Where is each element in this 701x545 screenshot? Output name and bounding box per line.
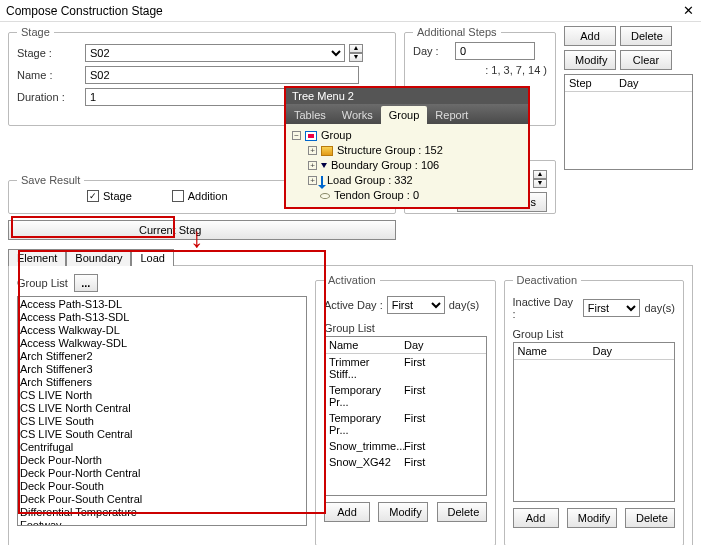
- tree-node-boundary[interactable]: + Boundary Group : 106: [292, 158, 522, 173]
- list-item[interactable]: CS LIVE North: [20, 389, 304, 402]
- tab-element[interactable]: Element: [8, 249, 66, 266]
- activation-section: Activation Active Day : First day(s) Gro…: [315, 274, 496, 545]
- inactive-day-select[interactable]: First: [583, 299, 641, 317]
- deactivation-delete-button[interactable]: Delete: [625, 508, 675, 528]
- group-listbox[interactable]: Access Path-S13-DLAccess Path-S13-SDLAcc…: [17, 296, 307, 526]
- number-spinner[interactable]: ▲▼: [533, 170, 547, 188]
- load-icon: [321, 176, 323, 186]
- name-label: Name :: [17, 69, 81, 81]
- table-row[interactable]: Snow_trimme...First: [325, 438, 486, 454]
- stage-checkbox[interactable]: ✓Stage: [87, 190, 132, 202]
- list-item[interactable]: Deck Pour-South Central: [20, 493, 304, 506]
- active-day-label: Active Day :: [324, 299, 383, 311]
- tree-tab-group[interactable]: Group: [381, 106, 428, 124]
- inactive-day-suffix: day(s): [644, 302, 675, 314]
- deactivation-group-list-label: Group List: [513, 328, 676, 340]
- boundary-icon: [321, 163, 327, 168]
- stage-select[interactable]: S02: [85, 44, 345, 62]
- activation-delete-button[interactable]: Delete: [437, 502, 487, 522]
- list-item[interactable]: Access Path-S13-SDL: [20, 311, 304, 324]
- group-list-label: Group List: [17, 277, 68, 289]
- add-button[interactable]: Add: [564, 26, 616, 46]
- expand-icon[interactable]: +: [308, 146, 317, 155]
- save-result-legend: Save Result: [17, 174, 84, 186]
- activation-modify-button[interactable]: Modify: [378, 502, 428, 522]
- stage-spinner[interactable]: ▲▼: [349, 44, 363, 62]
- group-icon: [305, 131, 317, 141]
- structure-icon: [321, 146, 333, 156]
- tree-root[interactable]: − Group: [292, 128, 522, 143]
- deactivation-section: Deactivation Inactive Day : First day(s)…: [504, 274, 685, 545]
- activation-col-name: Name: [325, 337, 400, 353]
- day-label: Day :: [413, 45, 451, 57]
- tree-menu-panel[interactable]: Tree Menu 2 Tables Works Group Report − …: [284, 86, 530, 209]
- deactivation-col-name: Name: [514, 343, 589, 359]
- list-item[interactable]: Differential Temperature: [20, 506, 304, 519]
- active-day-select[interactable]: First: [387, 296, 445, 314]
- active-day-suffix: day(s): [449, 299, 480, 311]
- day-input[interactable]: [455, 42, 535, 60]
- addition-checkbox[interactable]: Addition: [172, 190, 228, 202]
- expand-icon[interactable]: +: [308, 176, 317, 185]
- list-item[interactable]: Deck Pour-North: [20, 454, 304, 467]
- modify-button[interactable]: Modify: [564, 50, 616, 70]
- activation-group-list-label: Group List: [324, 322, 487, 334]
- tab-boundary[interactable]: Boundary: [66, 249, 131, 266]
- activation-add-button[interactable]: Add: [324, 502, 370, 522]
- clear-button[interactable]: Clear: [620, 50, 672, 70]
- list-item[interactable]: Access Walkway-SDL: [20, 337, 304, 350]
- list-item[interactable]: Access Path-S13-DL: [20, 298, 304, 311]
- current-stage-button[interactable]: Current Stag: [8, 220, 396, 240]
- close-icon[interactable]: ✕: [681, 4, 695, 18]
- seq-label: : 1, 3, 7, 14 ): [485, 64, 547, 76]
- table-row[interactable]: Temporary Pr...First: [325, 382, 486, 410]
- deactivation-col-day: Day: [589, 343, 675, 359]
- deactivation-table[interactable]: Name Day: [513, 342, 676, 502]
- list-item[interactable]: Deck Pour-North Central: [20, 467, 304, 480]
- tendon-icon: [320, 193, 330, 199]
- tree-menu-title: Tree Menu 2: [286, 88, 528, 104]
- tree-node-structure[interactable]: + Structure Group : 152: [292, 143, 522, 158]
- list-item[interactable]: CS LIVE North Central: [20, 402, 304, 415]
- table-row[interactable]: Trimmer Stiff...First: [325, 354, 486, 382]
- additional-steps-legend: Additional Steps: [413, 26, 501, 38]
- deactivation-legend: Deactivation: [513, 274, 582, 286]
- tree-node-tendon[interactable]: Tendon Group : 0: [292, 188, 522, 203]
- tree-tab-tables[interactable]: Tables: [286, 106, 334, 124]
- deactivation-modify-button[interactable]: Modify: [567, 508, 617, 528]
- activation-col-day: Day: [400, 337, 486, 353]
- tab-load[interactable]: Load: [131, 249, 173, 266]
- tree-node-load[interactable]: + Load Group : 332: [292, 173, 522, 188]
- name-input[interactable]: [85, 66, 359, 84]
- activation-legend: Activation: [324, 274, 380, 286]
- table-row[interactable]: Temporary Pr...First: [325, 410, 486, 438]
- table-row[interactable]: Snow_XG42First: [325, 454, 486, 470]
- group-list-more-button[interactable]: ...: [74, 274, 98, 292]
- activation-table[interactable]: Name Day Trimmer Stiff...FirstTemporary …: [324, 336, 487, 496]
- collapse-icon[interactable]: −: [292, 131, 301, 140]
- steps-col-day: Day: [615, 75, 692, 91]
- list-item[interactable]: Footway: [20, 519, 304, 526]
- list-item[interactable]: Arch Stiffener3: [20, 363, 304, 376]
- inactive-day-label: Inactive Day :: [513, 296, 579, 320]
- deactivation-add-button[interactable]: Add: [513, 508, 559, 528]
- steps-col-step: Step: [565, 75, 615, 91]
- tree-tab-report[interactable]: Report: [427, 106, 476, 124]
- list-item[interactable]: CS LIVE South Central: [20, 428, 304, 441]
- list-item[interactable]: Deck Pour-South: [20, 480, 304, 493]
- delete-button[interactable]: Delete: [620, 26, 672, 46]
- list-item[interactable]: Centrifugal: [20, 441, 304, 454]
- list-item[interactable]: Arch Stiffener2: [20, 350, 304, 363]
- duration-label: Duration :: [17, 91, 81, 103]
- list-item[interactable]: CS LIVE South: [20, 415, 304, 428]
- list-item[interactable]: Access Walkway-DL: [20, 324, 304, 337]
- expand-icon[interactable]: +: [308, 161, 317, 170]
- list-item[interactable]: Arch Stiffeners: [20, 376, 304, 389]
- stage-label: Stage :: [17, 47, 81, 59]
- tree-tab-works[interactable]: Works: [334, 106, 381, 124]
- steps-table[interactable]: Step Day: [564, 74, 693, 170]
- stage-legend: Stage: [17, 26, 54, 38]
- window-title: Compose Construction Stage: [6, 4, 163, 18]
